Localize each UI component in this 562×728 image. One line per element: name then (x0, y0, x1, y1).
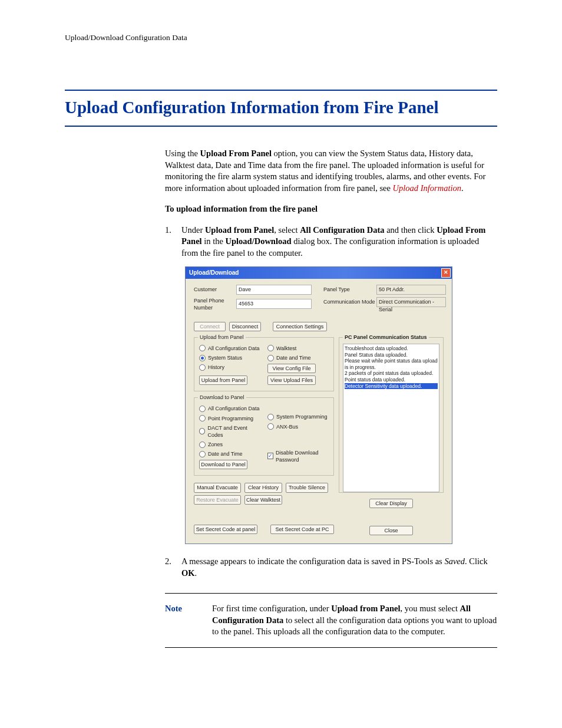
connect-button[interactable]: Connect (194, 322, 226, 331)
status-line: 2 packets of point status data uploaded. (345, 370, 438, 377)
connection-settings-button[interactable]: Connection Settings (273, 322, 327, 331)
label-customer: Customer (194, 286, 236, 293)
close-button[interactable]: Close (369, 526, 413, 535)
text: . (195, 568, 197, 578)
note-block: Note For first time configuration, under… (165, 593, 497, 648)
step-number: 1. (165, 225, 181, 259)
radio-label: System Status (208, 354, 242, 361)
radio-anx-bus[interactable] (267, 423, 274, 430)
text: Using the (165, 149, 200, 158)
radio-system-status[interactable] (199, 355, 206, 361)
upload-download-dialog: Upload/Download ✕ Customer Dave Panel Ph… (185, 266, 452, 545)
status-line: Panel Status data uploaded. (345, 352, 438, 358)
radio-dact[interactable] (199, 428, 205, 434)
page-title: Upload Configuration Information from Fi… (65, 90, 497, 127)
note-text: For first time configuration, under Uplo… (212, 603, 497, 638)
text: For first time configuration, under (212, 604, 331, 613)
text-bold: OK (181, 568, 195, 578)
radio-dl-date-time[interactable] (199, 451, 206, 457)
panel-type-field: 50 Pt Addr. (376, 285, 446, 295)
label-comm-mode: Communication Mode (323, 298, 376, 305)
view-config-file-button[interactable]: View Config File (267, 364, 316, 373)
radio-label: Point Programming (208, 415, 253, 422)
close-icon[interactable]: ✕ (441, 268, 451, 278)
text: in the (202, 236, 226, 246)
radio-date-time[interactable] (267, 355, 274, 361)
radio-walktest[interactable] (267, 345, 274, 351)
radio-dl-all-config[interactable] (199, 406, 206, 412)
download-to-panel-button[interactable]: Download to Panel (199, 460, 247, 469)
text-bold: Upload From Panel (200, 149, 272, 158)
text: Under (181, 225, 205, 235)
text-bold: Upload from Panel (331, 604, 400, 613)
note-label: Note (165, 603, 198, 638)
step-text: A message appears to indicate the config… (181, 556, 497, 579)
label-phone: Panel Phone Number (194, 297, 236, 311)
radio-all-config[interactable] (199, 345, 206, 351)
radio-label: All Configuration Data (208, 345, 260, 352)
radio-label: Date and Time (208, 450, 243, 457)
radio-label: Walktest (276, 345, 296, 352)
status-line-highlighted: Detector Sensitivity data uploaded. (345, 383, 438, 390)
group-title: Download to Panel (198, 394, 246, 401)
text: , you must select (401, 604, 460, 613)
phone-field[interactable]: 45653 (236, 299, 312, 309)
radio-label: Zones (208, 441, 223, 448)
pc-panel-comm-status-group: PC Panel Communication Status Troublesho… (339, 337, 444, 493)
text: A message appears to indicate the config… (181, 556, 444, 566)
radio-label: Date and Time (276, 354, 311, 361)
status-textbox: Troubleshoot data uploaded. Panel Status… (343, 344, 439, 492)
status-line: Troubleshoot data uploaded. (345, 345, 438, 352)
radio-label: System Programming (276, 413, 328, 420)
clear-walktest-button[interactable]: Clear Walktest (244, 495, 282, 505)
dialog-title: Upload/Download (189, 269, 239, 277)
text-bold: All Configuration Data (300, 225, 384, 235)
disable-download-password-checkbox[interactable] (267, 453, 273, 459)
radio-point-programming[interactable] (199, 415, 206, 421)
link-upload-information[interactable]: Upload Information (393, 183, 461, 193)
step-text: Under Upload from Panel, select All Conf… (181, 225, 497, 259)
set-secret-code-pc-button[interactable]: Set Secret Code at PC (270, 525, 334, 534)
view-upload-files-button[interactable]: View Upload Files (267, 375, 316, 385)
running-header: Upload/Download Configuration Data (65, 33, 497, 42)
restore-evacuate-button[interactable]: Restore Evacuate (194, 495, 241, 505)
clear-history-button[interactable]: Clear History (244, 483, 282, 492)
text: . (461, 183, 464, 193)
radio-label: All Configuration Data (208, 405, 260, 412)
status-line: Please wait while point status data uplo… (345, 358, 438, 370)
status-title: PC Panel Communication Status (343, 334, 429, 341)
set-secret-code-panel-button[interactable]: Set Secret Code at panel (194, 525, 257, 534)
radio-system-programming[interactable] (267, 414, 274, 420)
customer-field[interactable]: Dave (236, 285, 312, 295)
radio-label: DACT and Event Codes (207, 424, 260, 439)
status-line: Point status data uploaded. (345, 377, 438, 383)
trouble-silence-button[interactable]: Trouble Silence (286, 483, 328, 492)
radio-zones[interactable] (199, 442, 206, 448)
text: . Click (465, 556, 488, 566)
radio-history[interactable] (199, 364, 206, 371)
comm-mode-field: Direct Communication - Serial (376, 297, 446, 307)
manual-evacuate-button[interactable]: Manual Evacuate (194, 483, 241, 492)
label-panel-type: Panel Type (323, 286, 376, 293)
checkbox-label: Disable Download Password (276, 449, 329, 463)
intro-paragraph: Using the Upload From Panel option, you … (165, 148, 497, 194)
text-bold: Upload from Panel (205, 225, 274, 235)
step-number: 2. (165, 556, 181, 579)
download-to-panel-group: Download to Panel All Configuration Data… (194, 397, 334, 476)
disconnect-button[interactable]: Disconnect (229, 322, 261, 331)
upload-from-panel-button[interactable]: Upload from Panel (199, 375, 247, 385)
radio-label: History (208, 364, 224, 371)
text: and then click (385, 225, 437, 235)
dialog-titlebar: Upload/Download ✕ (186, 267, 452, 279)
clear-display-button[interactable]: Clear Display (369, 499, 413, 508)
group-title: Upload from Panel (198, 334, 246, 341)
text-bold: Upload/Download (226, 236, 292, 246)
upload-from-panel-group: Upload from Panel All Configuration Data… (194, 337, 334, 392)
text-italic: Saved (444, 556, 465, 566)
text: , select (274, 225, 300, 235)
subheading: To upload information from the fire pane… (165, 203, 497, 215)
radio-label: ANX-Bus (276, 423, 298, 430)
